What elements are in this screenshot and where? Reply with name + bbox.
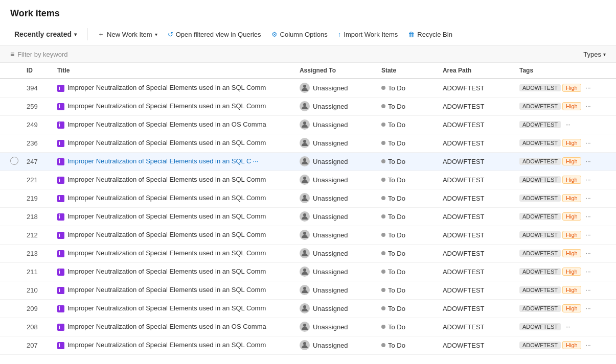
tag-adow[interactable]: ADOWFTEST (519, 139, 561, 147)
tag-adow[interactable]: ADOWFTEST (519, 176, 561, 183)
cell-state: To Do (375, 134, 437, 152)
row-more-button[interactable]: ··· (583, 211, 594, 222)
column-options-button[interactable]: ⚙ Column Options (267, 28, 332, 41)
title-link[interactable]: Improper Neutralization of Special Eleme… (67, 157, 251, 165)
row-more-button[interactable]: ··· (583, 156, 594, 166)
row-more-button[interactable]: ··· (583, 193, 594, 203)
state-indicator (381, 178, 385, 182)
row-more-button[interactable]: ··· (583, 340, 594, 350)
recently-created-button[interactable]: Recently created ▾ (10, 28, 81, 41)
tag-adow[interactable]: ADOWFTEST (519, 213, 561, 220)
col-header-area[interactable]: Area Path (437, 63, 513, 79)
chevron-down-icon: ▾ (155, 32, 157, 37)
cell-id: 212 (20, 226, 51, 244)
svg-point-10 (303, 269, 306, 272)
import-work-items-button[interactable]: ↑ Import Work Items (334, 28, 402, 41)
cell-state: To Do (375, 152, 437, 171)
state-text: To Do (388, 195, 405, 202)
filter-left[interactable]: ≡ Filter by keyword (10, 50, 67, 58)
cell-title[interactable]: Improper Neutralization of Special Eleme… (51, 318, 293, 336)
cell-assigned: Unassigned (293, 262, 375, 281)
tag-adow[interactable]: ADOWFTEST (519, 342, 561, 349)
cell-state: To Do (375, 189, 437, 207)
tag-high[interactable]: High (562, 157, 581, 165)
cell-title[interactable]: Improper Neutralization of Special Eleme… (51, 299, 293, 318)
cell-title[interactable]: Improper Neutralization of Special Eleme… (51, 244, 293, 262)
import-icon: ↑ (338, 31, 341, 38)
tag-adow[interactable]: ADOWFTEST (519, 323, 561, 330)
cell-title[interactable]: Improper Neutralization of Special Eleme… (51, 226, 293, 244)
cell-title[interactable]: Improper Neutralization of Special Eleme… (51, 79, 293, 97)
col-header-title[interactable]: Title (51, 63, 293, 79)
col-header-state[interactable]: State (375, 63, 437, 79)
types-filter[interactable]: Types ▾ (583, 51, 606, 58)
cell-tags: ADOWFTESTHigh··· (513, 79, 616, 97)
tag-adow[interactable]: ADOWFTEST (519, 250, 561, 257)
col-header-tags[interactable]: Tags (513, 63, 616, 79)
cell-title[interactable]: Improper Neutralization of Special Eleme… (51, 336, 293, 354)
tag-adow[interactable]: ADOWFTEST (519, 268, 561, 275)
title-overflow-btn[interactable]: ··· (251, 157, 260, 165)
tag-high[interactable]: High (562, 212, 581, 221)
tag-high[interactable]: High (562, 286, 581, 294)
tag-high[interactable]: High (562, 231, 581, 239)
col-header-assigned[interactable]: Assigned To (293, 63, 375, 79)
tag-high[interactable]: High (562, 194, 581, 202)
tag-high[interactable]: High (562, 84, 581, 92)
col-header-id[interactable]: ID (20, 63, 51, 79)
state-text: To Do (388, 286, 405, 294)
tag-high[interactable]: High (562, 102, 581, 110)
cell-assigned: Unassigned (293, 281, 375, 299)
cell-title[interactable]: Improper Neutralization of Special Eleme… (51, 207, 293, 226)
new-work-item-button[interactable]: ＋ New Work Item ▾ (94, 27, 162, 41)
avatar (300, 322, 310, 332)
avatar (300, 211, 310, 222)
tag-adow[interactable]: ADOWFTEST (519, 305, 561, 312)
tag-high[interactable]: High (562, 268, 581, 276)
chevron-down-icon: ▾ (74, 32, 77, 37)
assigned-to-text: Unassigned (313, 176, 348, 184)
row-checkbox[interactable] (10, 157, 18, 165)
row-more-button[interactable]: ··· (562, 322, 574, 332)
row-more-button[interactable]: ··· (583, 285, 594, 295)
cell-title[interactable]: Improper Neutralization of Special Eleme… (51, 97, 293, 115)
open-filtered-view-button[interactable]: ↺ Open filtered view in Queries (164, 28, 265, 41)
row-more-button[interactable]: ··· (583, 175, 594, 185)
cell-title[interactable]: Improper Neutralization of Special Eleme… (51, 152, 293, 171)
row-more-button[interactable]: ··· (583, 230, 594, 240)
tag-adow[interactable]: ADOWFTEST (519, 286, 561, 294)
tag-high[interactable]: High (562, 249, 581, 257)
row-more-button[interactable]: ··· (562, 119, 574, 130)
cell-state: To Do (375, 299, 437, 318)
title-text: Improper Neutralization of Special Eleme… (67, 231, 266, 238)
tag-high[interactable]: High (562, 304, 581, 312)
cell-title[interactable]: Improper Neutralization of Special Eleme… (51, 281, 293, 299)
tag-adow[interactable]: ADOWFTEST (519, 195, 561, 202)
tag-adow[interactable]: ADOWFTEST (519, 158, 561, 165)
row-more-button[interactable]: ··· (583, 101, 594, 111)
row-more-button[interactable]: ··· (583, 83, 594, 93)
cell-title[interactable]: Improper Neutralization of Special Eleme… (51, 171, 293, 189)
row-more-button[interactable]: ··· (583, 138, 594, 148)
tag-adow[interactable]: ADOWFTEST (519, 103, 561, 110)
state-text: To Do (388, 158, 405, 165)
recycle-bin-button[interactable]: 🗑 Recycle Bin (404, 28, 457, 41)
tag-high[interactable]: High (562, 341, 581, 349)
row-more-button[interactable]: ··· (583, 266, 594, 277)
tag-adow[interactable]: ADOWFTEST (519, 231, 561, 238)
tag-high[interactable]: High (562, 139, 581, 147)
tag-adow[interactable]: ADOWFTEST (519, 121, 561, 128)
cell-area-path: ADOWFTEST (437, 336, 513, 354)
cell-title[interactable]: Improper Neutralization of Special Eleme… (51, 262, 293, 281)
cell-title[interactable]: Improper Neutralization of Special Eleme… (51, 134, 293, 152)
cell-area-path: ADOWFTEST (437, 262, 513, 281)
cell-title[interactable]: Improper Neutralization of Special Eleme… (51, 189, 293, 207)
row-more-button[interactable]: ··· (583, 248, 594, 258)
cell-title[interactable]: Improper Neutralization of Special Eleme… (51, 115, 293, 134)
svg-point-1 (303, 103, 306, 106)
tag-high[interactable]: High (562, 176, 581, 184)
row-more-button[interactable]: ··· (583, 303, 594, 313)
tag-adow[interactable]: ADOWFTEST (519, 84, 561, 91)
cell-assigned: Unassigned (293, 171, 375, 189)
cell-area-path: ADOWFTEST (437, 189, 513, 207)
